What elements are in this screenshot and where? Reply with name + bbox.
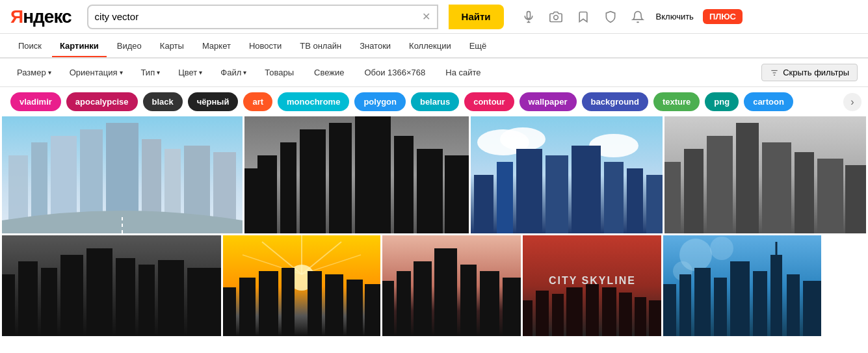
- svg-rect-34: [516, 149, 542, 233]
- tag-apocalypcise[interactable]: apocalypcise: [66, 92, 138, 111]
- search-bar: ✕: [87, 5, 438, 29]
- hide-filters-button[interactable]: Скрыть фильтры: [761, 64, 858, 81]
- nav-video[interactable]: Видео: [109, 36, 150, 56]
- svg-rect-79: [460, 265, 477, 336]
- svg-rect-80: [480, 271, 499, 336]
- svg-rect-27: [445, 155, 469, 233]
- svg-rect-21: [280, 142, 296, 233]
- tag-cartoon[interactable]: cartoon: [744, 92, 793, 111]
- svg-rect-26: [417, 149, 443, 233]
- filter-goods[interactable]: Товары: [258, 64, 302, 81]
- search-button[interactable]: Найти: [449, 5, 504, 29]
- svg-rect-78: [434, 248, 457, 336]
- image-item[interactable]: [223, 235, 380, 336]
- svg-rect-46: [795, 152, 814, 233]
- svg-point-30: [500, 127, 546, 151]
- nav-tv[interactable]: ТВ онлайн: [292, 36, 349, 56]
- svg-rect-89: [586, 284, 599, 336]
- filter-color[interactable]: Цвет: [172, 64, 209, 81]
- tag-contour[interactable]: contour: [464, 92, 514, 111]
- filter-size[interactable]: Размер: [10, 64, 58, 81]
- svg-rect-86: [536, 291, 549, 336]
- tag-polygon[interactable]: polygon: [354, 92, 406, 111]
- bookmark-icon[interactable]: [574, 8, 592, 26]
- tag-vladimir[interactable]: vladimir: [10, 92, 61, 111]
- image-item[interactable]: [2, 235, 221, 336]
- nav-more[interactable]: Ещё: [462, 36, 495, 56]
- image-item[interactable]: [664, 116, 866, 233]
- tags-next-button[interactable]: ›: [843, 93, 861, 111]
- include-button[interactable]: Включить: [656, 12, 694, 21]
- filter-type[interactable]: Тип: [135, 64, 167, 81]
- svg-rect-13: [142, 139, 161, 220]
- search-input[interactable]: [95, 11, 418, 22]
- svg-rect-37: [604, 162, 624, 233]
- filter-orientation[interactable]: Ориентация: [63, 64, 129, 81]
- image-item[interactable]: [2, 116, 243, 233]
- nav-collections[interactable]: Коллекции: [401, 36, 459, 56]
- image-item[interactable]: [382, 235, 521, 336]
- clear-icon[interactable]: ✕: [422, 10, 430, 23]
- yandex-logo[interactable]: Яндекс: [10, 7, 72, 27]
- svg-rect-103: [753, 271, 767, 336]
- nav-experts[interactable]: Знатоки: [352, 36, 399, 56]
- svg-rect-33: [497, 162, 513, 233]
- tag-wallpaper[interactable]: wallpaper: [519, 92, 577, 111]
- bell-icon[interactable]: [629, 8, 647, 26]
- camera-icon[interactable]: [547, 8, 565, 26]
- tag-png[interactable]: png: [705, 92, 739, 111]
- svg-rect-55: [116, 258, 135, 336]
- svg-rect-101: [714, 278, 727, 336]
- svg-rect-42: [684, 149, 704, 233]
- svg-rect-93: [649, 300, 661, 336]
- filter-wallpaper[interactable]: Обои 1366×768: [358, 64, 434, 81]
- svg-rect-15: [184, 146, 210, 220]
- svg-rect-66: [223, 287, 236, 336]
- svg-rect-67: [239, 278, 256, 336]
- shield-icon[interactable]: [601, 8, 620, 26]
- svg-rect-77: [414, 261, 432, 336]
- svg-rect-32: [474, 175, 493, 233]
- svg-rect-11: [80, 129, 103, 220]
- filter-onsite[interactable]: На сайте: [439, 64, 489, 81]
- tag-art[interactable]: art: [243, 92, 272, 111]
- image-item[interactable]: [663, 235, 821, 336]
- nav-market[interactable]: Маркет: [194, 36, 239, 56]
- tag-cherny[interactable]: чёрный: [188, 92, 239, 111]
- nav-search[interactable]: Поиск: [10, 36, 49, 56]
- image-item[interactable]: [244, 116, 469, 233]
- svg-rect-68: [259, 271, 278, 336]
- filter-file[interactable]: Файл: [214, 64, 253, 81]
- svg-rect-50: [2, 274, 15, 336]
- svg-rect-90: [602, 287, 616, 336]
- tag-background[interactable]: background: [582, 92, 648, 111]
- svg-rect-51: [18, 261, 38, 336]
- svg-rect-24: [355, 116, 391, 233]
- filter-fresh[interactable]: Свежие: [308, 64, 352, 81]
- plus-button[interactable]: ПЛЮС: [703, 9, 743, 24]
- nav-maps[interactable]: Карты: [152, 36, 192, 56]
- svg-rect-43: [707, 136, 733, 233]
- tag-belarus[interactable]: belarus: [411, 92, 459, 111]
- filters-bar: Размер Ориентация Тип Цвет Файл Товары С…: [0, 59, 868, 87]
- nav-bar: Поиск Картинки Видео Карты Маркет Новост…: [0, 34, 868, 59]
- nav-images[interactable]: Картинки: [52, 36, 107, 57]
- svg-rect-23: [329, 123, 352, 233]
- svg-rect-52: [41, 268, 57, 336]
- svg-rect-12: [106, 123, 138, 220]
- svg-rect-54: [86, 248, 112, 336]
- tag-texture[interactable]: texture: [653, 92, 700, 111]
- microphone-icon[interactable]: [519, 8, 538, 26]
- svg-rect-69: [282, 268, 295, 336]
- svg-rect-48: [845, 165, 866, 233]
- image-item[interactable]: [471, 116, 663, 233]
- svg-rect-53: [60, 255, 83, 336]
- nav-news[interactable]: Новости: [241, 36, 289, 56]
- image-item[interactable]: CITY SKYLINE •••••: [523, 235, 661, 336]
- header-icons: Включить ПЛЮС: [519, 8, 743, 26]
- svg-rect-81: [503, 278, 521, 336]
- tag-black[interactable]: black: [143, 92, 183, 111]
- svg-point-96: [710, 237, 733, 260]
- svg-rect-87: [552, 294, 564, 336]
- tag-monochrome[interactable]: monochrome: [278, 92, 349, 111]
